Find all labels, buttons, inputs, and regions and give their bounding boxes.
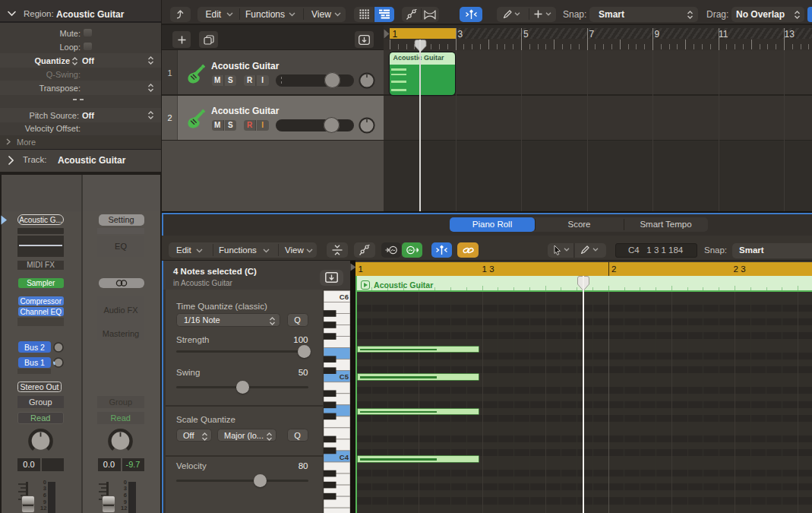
svg-text:C6: C6 xyxy=(340,293,349,301)
svg-text:C5: C5 xyxy=(340,372,349,381)
svg-text:C4: C4 xyxy=(340,453,349,461)
